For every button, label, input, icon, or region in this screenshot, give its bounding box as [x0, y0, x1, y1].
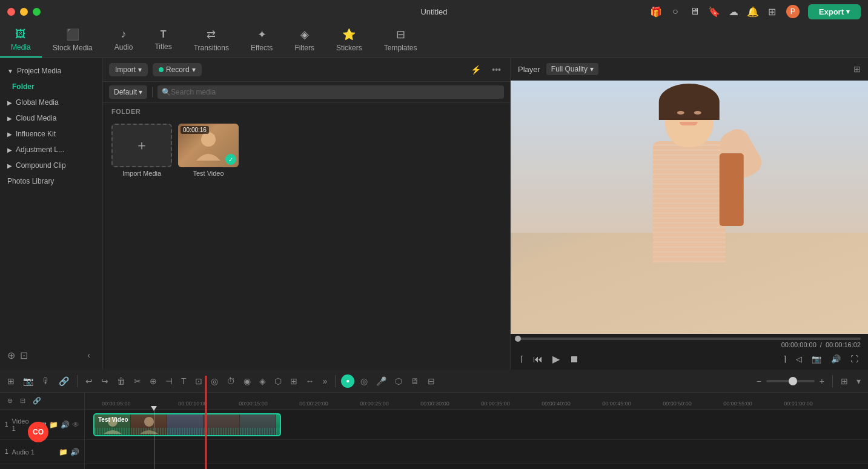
stabilize-button[interactable]: ◈ [257, 375, 268, 387]
step-back-button[interactable]: ⏮ [531, 353, 545, 366]
ai2-button[interactable]: ⬡ [393, 375, 405, 387]
tab-filters[interactable]: ◈ Filters [283, 23, 325, 58]
apps-icon[interactable]: ⊞ [767, 6, 778, 17]
add-folder-icon[interactable]: ⊕ [7, 350, 15, 361]
audio-track-icon[interactable]: 🎙 [39, 375, 53, 387]
bookmark-icon[interactable]: 🔖 [709, 6, 720, 17]
track-link-icon[interactable]: 🔗 [30, 396, 44, 406]
test-video-item[interactable]: 00:00:16 ✓ Test Video [178, 124, 239, 364]
mark-out-button[interactable]: ⌉ [781, 353, 789, 365]
stock-icon: ⬛ [66, 28, 79, 41]
tab-media[interactable]: 🖼 Media [0, 23, 42, 58]
video-eye-icon[interactable]: 👁 [72, 421, 79, 429]
timeline-clip[interactable]: Test Video [93, 413, 281, 436]
tab-stickers[interactable]: ⭐ Stickers [325, 23, 373, 58]
video-volume-icon[interactable]: 🔊 [61, 421, 70, 429]
more-options-icon[interactable]: ••• [489, 64, 504, 76]
sidebar-item-cloud-media[interactable]: ▶ Cloud Media [0, 110, 102, 126]
close-button[interactable] [7, 8, 15, 16]
color-button[interactable]: ⬡ [272, 375, 284, 387]
bell-icon[interactable]: 🔔 [747, 6, 758, 17]
sidebar-item-global-media[interactable]: ▶ Global Media [0, 95, 102, 110]
cloud-icon[interactable]: ☁ [728, 6, 739, 17]
zoom-out-button[interactable]: − [754, 375, 764, 387]
export-button[interactable]: Export [808, 4, 861, 19]
zoom-slider[interactable] [766, 380, 815, 382]
pip-button[interactable]: ⊟ [425, 375, 437, 387]
split-button[interactable]: ⊣ [163, 375, 175, 387]
progress-handle[interactable] [515, 336, 521, 342]
tab-templates[interactable]: ⊟ Templates [373, 23, 428, 58]
audio-folder-icon[interactable]: 📁 [59, 448, 68, 456]
layout-button[interactable]: ⊞ [838, 375, 850, 387]
player-grid-icon[interactable]: ⊞ [853, 64, 861, 74]
minimize-button[interactable] [20, 8, 28, 16]
sidebar-item-influence-kit[interactable]: ▶ Influence Kit [0, 126, 102, 142]
mark-in-button[interactable]: ⌈ [518, 353, 526, 365]
zoom-thumb[interactable] [789, 377, 797, 385]
speed-button[interactable]: ◎ [358, 375, 370, 387]
add-clip-button[interactable]: ⊕ [147, 375, 159, 387]
stop-button[interactable]: ⏹ [567, 353, 581, 366]
fullscreen-button[interactable]: ⛶ [848, 353, 861, 365]
audio-volume-icon[interactable]: 🔊 [70, 448, 79, 456]
monitor-icon[interactable]: 🖥 [689, 6, 700, 17]
sort-button[interactable]: Default ▾ [109, 85, 147, 99]
zoom-in-button[interactable]: + [817, 375, 827, 387]
search-input[interactable] [157, 85, 504, 99]
gift-icon[interactable]: 🎁 [651, 6, 661, 17]
tab-effects[interactable]: ✦ Effects [240, 23, 283, 58]
track-settings-icon[interactable]: ⊟ [18, 396, 28, 406]
search-row: Default ▾ 🔍 [103, 82, 510, 103]
video-folder-icon[interactable]: 📁 [49, 421, 58, 429]
motion-button[interactable]: ◉ [241, 375, 253, 387]
mask-button[interactable]: ◎ [208, 375, 220, 387]
tab-transitions[interactable]: ⇄ Transitions [183, 23, 240, 58]
traffic-lights [7, 8, 41, 16]
adjust-button[interactable]: ⊞ [288, 375, 300, 387]
prev-frame-button[interactable]: ◁ [793, 353, 804, 365]
play-button[interactable]: ▶ [550, 352, 562, 366]
redo-button[interactable]: ↪ [99, 375, 111, 387]
progress-bar[interactable] [518, 338, 861, 340]
sidebar-item-folder[interactable]: Folder [0, 79, 102, 95]
tab-audio[interactable]: ♪ Audio [104, 23, 144, 58]
camera-track-icon[interactable]: 📷 [21, 375, 36, 387]
layout-chevron-button[interactable]: ▾ [854, 375, 863, 387]
text-tool-button[interactable]: T [179, 375, 189, 387]
crop-button[interactable]: ⊡ [193, 375, 205, 387]
volume-button[interactable]: 🔊 [829, 353, 843, 365]
avatar-icon[interactable]: P [786, 5, 800, 18]
add-item-icon[interactable]: ⊡ [20, 350, 28, 361]
add-video-track-icon[interactable]: ⊕ [5, 396, 15, 406]
circle-icon[interactable]: ○ [670, 6, 681, 17]
quality-selector[interactable]: Full Quality ▾ [546, 63, 598, 75]
snapshot-button[interactable]: 📷 [809, 353, 824, 365]
collapse-icon[interactable]: ‹ [82, 345, 95, 365]
filter-icon[interactable]: ⚡ [468, 64, 484, 76]
import-media-item[interactable]: ＋ Import Media [111, 124, 172, 364]
playhead-button[interactable]: ● [341, 374, 354, 388]
link-track-icon[interactable]: 🔗 [56, 375, 71, 387]
delete-button[interactable]: 🗑 [114, 375, 128, 387]
undo-button[interactable]: ↩ [83, 375, 95, 387]
tab-titles[interactable]: T Titles [144, 23, 182, 58]
add-track-icon[interactable]: ⊞ [5, 375, 17, 387]
sidebar-item-compound-clip[interactable]: ▶ Compound Clip [0, 158, 102, 173]
cut-button[interactable]: ✂ [131, 375, 144, 387]
sidebar-item-project-media[interactable]: ▼ Project Media [0, 63, 102, 79]
ruler-mark-5: 00:00:30:00 [405, 401, 465, 407]
screen-button[interactable]: 🖥 [408, 375, 422, 387]
timer-button[interactable]: ⏱ [224, 375, 237, 387]
player-progress[interactable]: 00:00:00:00 / 00:00:16:02 [511, 334, 868, 350]
sidebar-item-adjustment[interactable]: ▶ Adjustment L... [0, 142, 102, 158]
transition-tl-button[interactable]: ↔ [303, 375, 317, 387]
record-button[interactable]: Record ▾ [153, 63, 202, 76]
import-button[interactable]: Import ▾ [109, 63, 148, 76]
playhead[interactable] [154, 410, 155, 469]
maximize-button[interactable] [33, 8, 41, 16]
mic-button[interactable]: 🎤 [374, 375, 389, 387]
sidebar-item-photos-library[interactable]: Photos Library [0, 173, 102, 189]
ai-button[interactable]: » [320, 375, 330, 387]
tab-stock-media[interactable]: ⬛ Stock Media [42, 23, 104, 58]
